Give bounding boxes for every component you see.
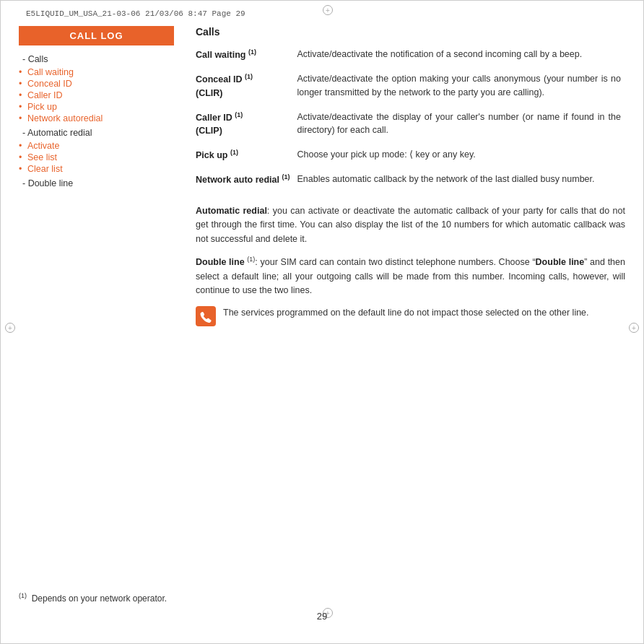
page: E5LIQUID_UM_USA_21-03-06 21/03/06 8:47 P…	[0, 0, 644, 644]
note-text: The services programmed on the default l…	[223, 306, 589, 320]
def-body-caller-id: Activate/deactivate the display of your …	[297, 108, 625, 146]
sidebar-item-pick-up[interactable]: Pick up	[19, 102, 174, 112]
page-number: 29	[317, 611, 327, 622]
note-icon	[196, 306, 216, 326]
def-row-network-autoredial: Network auto redial (1) Enables automati…	[196, 170, 625, 194]
def-row-pick-up: Pick up (1) Choose your pick up mode: ⟨ …	[196, 145, 625, 170]
def-body-pick-up: Choose your pick up mode: ⟨ key or any k…	[297, 145, 625, 170]
def-term-caller-id: Caller ID (1)(CLIP)	[196, 108, 297, 146]
sidebar-item-call-waiting[interactable]: Call waiting	[19, 67, 174, 77]
def-row-caller-id: Caller ID (1)(CLIP) Activate/deactivate …	[196, 108, 625, 146]
def-row-call-waiting: Call waiting (1) Activate/deactivate the…	[196, 45, 625, 69]
def-term-call-waiting: Call waiting (1)	[196, 45, 297, 69]
def-body-network-autoredial: Enables automatic callback by the networ…	[297, 170, 625, 194]
footnote-text: Depends on your network operator.	[32, 593, 167, 604]
reg-mark-right	[629, 323, 639, 333]
reg-mark-left	[5, 323, 15, 333]
def-term-conceal-id: Conceal ID (1)(CLIR)	[196, 69, 297, 108]
sidebar: CALL LOG Calls Call waiting Conceal ID C…	[19, 26, 185, 607]
sidebar-item-activate[interactable]: Activate	[19, 141, 174, 151]
note-box: The services programmed on the default l…	[196, 306, 625, 326]
sidebar-item-auto-redial[interactable]: Automatic redial	[19, 128, 174, 138]
def-row-conceal-id: Conceal ID (1)(CLIR) Activate/deactivate…	[196, 69, 625, 108]
header-text: E5LIQUID_UM_USA_21-03-06 21/03/06 8:47 P…	[26, 9, 245, 18]
reg-mark-top	[323, 5, 333, 15]
sidebar-item-clear-list[interactable]: Clear list	[19, 164, 174, 174]
sidebar-title: CALL LOG	[19, 26, 174, 45]
paragraph-double-line: Double line (1): your SIM card can conta…	[196, 255, 625, 297]
footnote-superscript: (1)	[19, 592, 27, 599]
def-term-pick-up: Pick up (1)	[196, 145, 297, 170]
definition-table: Call waiting (1) Activate/deactivate the…	[196, 45, 625, 194]
def-term-network-autoredial: Network auto redial (1)	[196, 170, 297, 194]
sidebar-autoredial-sublist: Activate See list Clear list	[19, 141, 174, 174]
def-body-call-waiting: Activate/deactivate the notification of …	[297, 45, 625, 69]
section-heading-calls: Calls	[196, 26, 625, 38]
paragraph-auto-redial: Automatic redial: you can activate or de…	[196, 204, 625, 246]
sidebar-item-conceal-id[interactable]: Conceal ID	[19, 79, 174, 89]
sidebar-item-network-autoredial[interactable]: Network autoredial	[19, 113, 174, 123]
sidebar-item-calls[interactable]: Calls	[19, 54, 174, 64]
content-area: CALL LOG Calls Call waiting Conceal ID C…	[19, 26, 625, 607]
footnote: (1) Depends on your network operator.	[19, 592, 167, 604]
sidebar-item-double-line[interactable]: Double line	[19, 178, 174, 188]
sidebar-nav: Calls Call waiting Conceal ID Caller ID …	[19, 54, 174, 188]
sidebar-item-see-list[interactable]: See list	[19, 152, 174, 162]
sidebar-item-caller-id[interactable]: Caller ID	[19, 90, 174, 100]
sidebar-calls-sublist: Call waiting Conceal ID Caller ID Pick u…	[19, 67, 174, 123]
def-body-conceal-id: Activate/deactivate the option making yo…	[297, 69, 625, 108]
main-content: Calls Call waiting (1) Activate/deactiva…	[185, 26, 625, 607]
